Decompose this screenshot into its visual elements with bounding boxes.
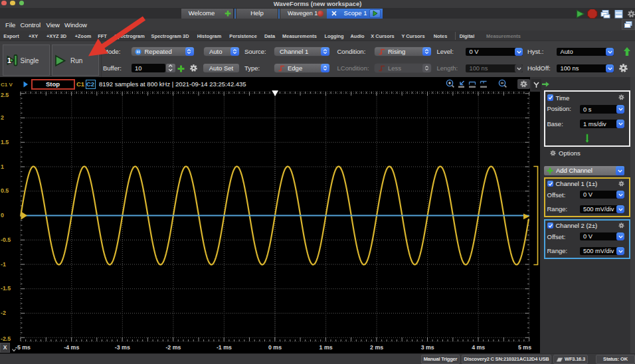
svg-text:1: 1 [7,56,11,64]
